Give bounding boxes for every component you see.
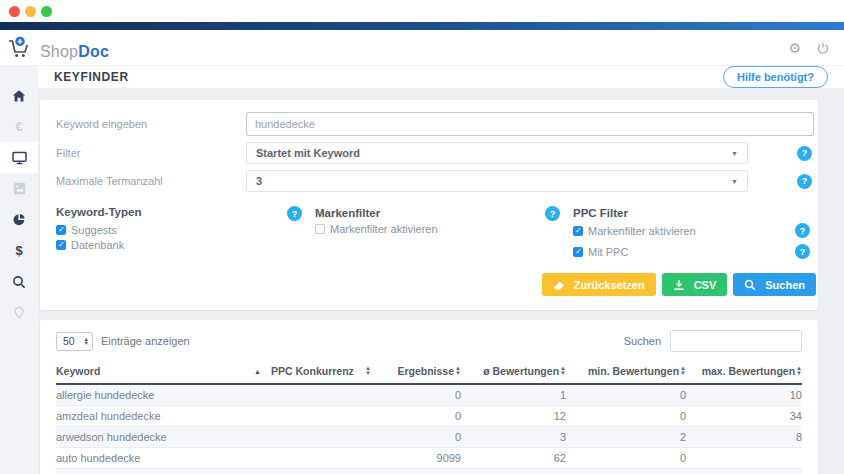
keyword-cell: arwedson hundedecke (56, 427, 271, 448)
marken-filter-checkbox[interactable] (315, 224, 325, 234)
sidebar-item-analytics[interactable] (0, 204, 38, 235)
window-close-button[interactable] (9, 6, 20, 17)
keyword-cell: amzdeal hundedecke (56, 406, 271, 427)
gear-icon[interactable]: ⚙ (788, 41, 801, 55)
chevron-down-icon: ▼ (731, 150, 738, 157)
top-accent-bar (0, 22, 844, 30)
csv-export-button[interactable]: CSV (662, 273, 728, 296)
download-icon (673, 279, 685, 291)
ppc-konkurrenz-cell (271, 448, 381, 469)
ppc-konkurrenz-cell (271, 469, 381, 474)
brand-name: ShopDoc (40, 44, 109, 60)
keyword-label: Keyword eingeben (56, 118, 246, 130)
ppc-marken-checkbox[interactable] (573, 226, 583, 236)
sort-both-icon: ▲▼ (796, 366, 802, 376)
ppc-konkurrenz-cell (271, 427, 381, 448)
ppc-konkurrenz-cell (271, 384, 381, 406)
suggests-checkbox[interactable] (56, 225, 66, 235)
cart-logo-icon (7, 36, 33, 60)
sort-both-icon: ▲▼ (455, 366, 461, 376)
avg-bewertungen-cell: 3 (461, 427, 566, 448)
column-header-min-bewertungen[interactable]: min. Bewertungen▲▼ (566, 361, 686, 384)
table-row: auto hundedecke rückbank 0 38 0 (56, 469, 802, 474)
max-terms-help-icon[interactable]: ? (797, 174, 812, 189)
marken-filter-help-icon[interactable]: ? (287, 206, 302, 221)
sort-both-icon: ▲▼ (560, 366, 566, 376)
keyword-types-section: Keyword-Typen Suggests Datenbank (56, 206, 287, 251)
keyword-cell: auto hundedecke (56, 448, 271, 469)
window-zoom-button[interactable] (41, 6, 52, 17)
dollar-icon: $ (15, 244, 22, 257)
table-row: amzdeal hundedecke 0 12 0 34 (56, 406, 802, 427)
min-bewertungen-cell: 2 (566, 427, 686, 448)
stepper-arrows-icon: ▲▼ (84, 337, 89, 346)
min-bewertungen-cell: 0 (566, 448, 686, 469)
filter-select[interactable]: Startet mit Keyword ▼ (246, 142, 748, 164)
marken-filter-option-label: Markenfilter aktivieren (330, 223, 438, 235)
column-header-ppc-konkurrenz[interactable]: PPC Konkurrenz▲▼ (271, 361, 381, 384)
keyword-types-title: Keyword-Typen (56, 206, 287, 218)
entries-per-page-select[interactable]: 50 ▲▼ (56, 332, 93, 351)
sort-both-icon: ▲▼ (680, 366, 686, 376)
reset-button[interactable]: Zurücksetzen (542, 273, 656, 296)
max-terms-select[interactable]: 3 ▼ (246, 170, 748, 192)
table-row: allergie hundedecke 0 1 0 10 (56, 384, 802, 406)
column-header-keyword[interactable]: Keyword▲ (56, 361, 271, 384)
entries-label: Einträge anzeigen (101, 335, 190, 347)
sidebar-item-keyfinder[interactable] (0, 142, 38, 173)
keyword-input[interactable] (246, 112, 814, 136)
marken-filter-title: Markenfilter (315, 207, 545, 219)
content-area: Keyword eingeben Filter Startet mit Keyw… (38, 88, 844, 474)
window-titlebar (0, 0, 844, 22)
sort-asc-icon: ▲ (254, 368, 261, 375)
min-bewertungen-cell: 0 (566, 384, 686, 406)
mit-ppc-help-icon[interactable]: ? (795, 244, 810, 259)
max-bewertungen-cell: 34 (686, 406, 802, 427)
marken-filter-section: ? Markenfilter Markenfilter aktivieren (287, 206, 545, 235)
sidebar-item-pricing[interactable]: $ (0, 235, 38, 266)
power-icon[interactable] (816, 41, 830, 55)
sidebar-item-search[interactable] (0, 266, 38, 297)
datenbank-label: Datenbank (71, 239, 124, 251)
filter-label: Filter (56, 147, 246, 159)
column-header-avg-bewertungen[interactable]: ø Bewertungen▲▼ (461, 361, 566, 384)
ppc-konkurrenz-cell (271, 406, 381, 427)
max-bewertungen-cell (686, 469, 802, 474)
ergebnisse-cell: 9099 (381, 448, 461, 469)
results-table-card: 50 ▲▼ Einträge anzeigen Suchen (40, 320, 818, 474)
help-button[interactable]: Hilfe benötigt? (723, 66, 828, 88)
keyword-cell: auto hundedecke rückbank (56, 469, 271, 474)
sidebar: € $ (0, 66, 38, 474)
sidebar-item-euro[interactable]: € (0, 111, 38, 142)
home-icon (12, 89, 26, 103)
pie-chart-icon (12, 213, 26, 227)
min-bewertungen-cell: 0 (566, 469, 686, 474)
sidebar-item-media[interactable] (0, 173, 38, 204)
brand-logo[interactable]: ShopDoc (7, 36, 109, 60)
datenbank-checkbox[interactable] (56, 240, 66, 250)
table-row: arwedson hundedecke 0 3 2 8 (56, 427, 802, 448)
results-table: Keyword▲ PPC Konkurrenz▲▼ Ergebnisse▲▼ ø… (56, 361, 802, 474)
ppc-filter-section: ? PPC Filter Markenfilter aktivieren ? (545, 206, 814, 259)
avg-bewertungen-cell: 38 (461, 469, 566, 474)
sidebar-item-ideas[interactable] (0, 297, 38, 328)
mit-ppc-checkbox[interactable] (573, 247, 583, 257)
column-header-max-bewertungen[interactable]: max. Bewertungen▲▼ (686, 361, 802, 384)
sidebar-item-home[interactable] (0, 80, 38, 111)
ppc-marken-help-icon[interactable]: ? (795, 223, 810, 238)
app-header: ShopDoc ⚙ (0, 30, 844, 66)
table-body: allergie hundedecke 0 1 0 10 amzdeal hun… (56, 384, 802, 474)
eraser-icon (553, 279, 565, 291)
search-button[interactable]: Suchen (733, 273, 816, 296)
monitor-icon (12, 151, 27, 165)
column-header-ergebnisse[interactable]: Ergebnisse▲▼ (381, 361, 461, 384)
table-search-input[interactable] (670, 330, 802, 352)
ppc-filter-help-icon[interactable]: ? (545, 206, 560, 221)
ergebnisse-cell: 0 (381, 469, 461, 474)
filter-help-icon[interactable]: ? (797, 146, 812, 161)
ppc-filter-title: PPC Filter (573, 207, 814, 219)
image-icon (13, 182, 26, 195)
window-minimize-button[interactable] (25, 6, 36, 17)
keyword-cell: allergie hundedecke (56, 384, 271, 406)
max-bewertungen-cell: 8 (686, 427, 802, 448)
